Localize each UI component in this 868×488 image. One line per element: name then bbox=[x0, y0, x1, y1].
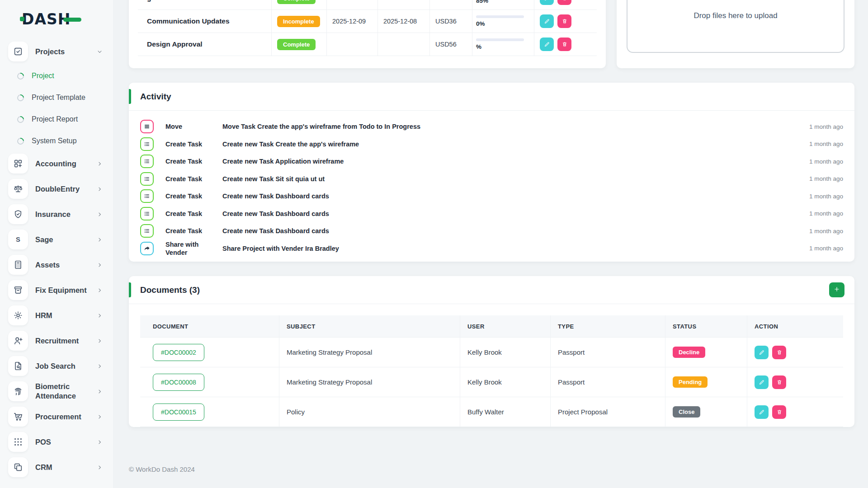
checklist-icon bbox=[140, 189, 154, 203]
dots-grid-icon bbox=[8, 432, 28, 452]
documents-table-body: #DOC00002Marketing Strategy ProposalKell… bbox=[140, 337, 843, 427]
checklist-icon bbox=[140, 224, 154, 238]
app-root: DASH ProjectsProjectProject TemplateProj… bbox=[0, 0, 868, 488]
document-id-button[interactable]: #DOC00015 bbox=[153, 404, 204, 421]
sidebar-item-projects[interactable]: Projects bbox=[8, 42, 113, 61]
task-actions bbox=[534, 10, 597, 33]
sidebar-item-hrm[interactable]: HRM bbox=[8, 305, 113, 325]
sidebar-item-fix-equipment[interactable]: Fix Equipment bbox=[8, 280, 113, 300]
edit-button[interactable] bbox=[540, 38, 554, 51]
documents-table-header: DOCUMENTSUBJECTUSERTYPESTATUSACTION bbox=[140, 315, 843, 337]
chevron-right-icon bbox=[96, 388, 103, 395]
dropzone-text: Drop files here to upload bbox=[693, 11, 777, 20]
delete-button[interactable] bbox=[557, 14, 571, 28]
logo-dot-icon bbox=[20, 17, 24, 21]
activity-row: Share with VenderShare Project with Vend… bbox=[140, 240, 843, 258]
delete-button[interactable] bbox=[772, 405, 786, 419]
task-status-cell: Complete bbox=[272, 0, 327, 9]
activity-timestamp: 1 month ago bbox=[775, 158, 843, 165]
activity-action: Share with Vender bbox=[165, 240, 222, 257]
sidebar-item-pos[interactable]: POS bbox=[8, 432, 113, 452]
activity-description: Create new Task Dashboard cards bbox=[222, 227, 775, 235]
file-dropzone[interactable]: Drop files here to upload bbox=[627, 0, 844, 53]
sidebar-subitem-project-template[interactable]: Project Template bbox=[14, 89, 113, 107]
document-id-button[interactable]: #DOC00008 bbox=[153, 374, 204, 391]
sidebar-item-doubleentry[interactable]: DoubleEntry bbox=[8, 179, 113, 199]
task-name: Design Approval bbox=[138, 33, 272, 56]
edit-button[interactable] bbox=[540, 14, 554, 28]
activity-timestamp: 1 month ago bbox=[775, 228, 843, 235]
document-actions bbox=[747, 367, 843, 397]
sidebar-subitem-project[interactable]: Project bbox=[14, 67, 113, 85]
activity-list: MoveMove Task Create the app's wireframe… bbox=[129, 111, 854, 262]
sidebar-item-procurement[interactable]: Procurement bbox=[8, 407, 113, 427]
activity-row: MoveMove Task Create the app's wireframe… bbox=[140, 118, 843, 136]
document-actions bbox=[747, 338, 843, 367]
delete-button[interactable] bbox=[772, 346, 786, 359]
user-plus-icon bbox=[8, 331, 28, 351]
sidebar-item-job-search[interactable]: Job Search bbox=[8, 356, 113, 376]
task-row: gComplete85% bbox=[138, 0, 597, 9]
plus-icon bbox=[833, 286, 840, 294]
task-cost: USD36 bbox=[430, 10, 472, 33]
documents-column-header: ACTION bbox=[747, 315, 843, 337]
task-start-date bbox=[327, 0, 378, 9]
section-accent-bar bbox=[129, 282, 131, 297]
checklist-icon bbox=[140, 207, 154, 221]
document-subject: Marketing Strategy Proposal bbox=[279, 367, 460, 397]
edit-button[interactable] bbox=[540, 0, 554, 5]
sidebar: DASH ProjectsProjectProject TemplateProj… bbox=[0, 0, 113, 488]
edit-button[interactable] bbox=[755, 346, 769, 359]
sidebar-item-sage[interactable]: SSage bbox=[8, 230, 113, 249]
activity-description: Create new Task Dashboard cards bbox=[222, 210, 775, 218]
document-user: Kelly Brook bbox=[460, 338, 551, 367]
top-row: gComplete85%Communication UpdatesIncompl… bbox=[129, 0, 854, 68]
sidebar-item-crm[interactable]: CRM bbox=[8, 457, 113, 477]
chevron-right-icon bbox=[96, 338, 103, 344]
sidebar-item-insurance[interactable]: Insurance bbox=[8, 204, 113, 224]
activity-timestamp: 1 month ago bbox=[775, 210, 843, 217]
chevron-right-icon bbox=[96, 413, 103, 420]
document-id-button[interactable]: #DOC00002 bbox=[153, 344, 204, 361]
progress-label: % bbox=[476, 43, 481, 50]
documents-column-header: STATUS bbox=[665, 315, 747, 337]
add-document-button[interactable] bbox=[829, 282, 844, 297]
delete-button[interactable] bbox=[557, 0, 571, 5]
edit-button[interactable] bbox=[755, 375, 769, 389]
documents-table: DOCUMENTSUBJECTUSERTYPESTATUSACTION #DOC… bbox=[140, 315, 843, 427]
task-cost bbox=[430, 0, 472, 9]
delete-button[interactable] bbox=[557, 38, 571, 51]
chevron-right-icon bbox=[96, 464, 103, 471]
document-type: Passport bbox=[551, 338, 665, 367]
task-cost: USD56 bbox=[430, 33, 472, 56]
activity-description: Create new Task Create the app's wirefra… bbox=[222, 140, 775, 148]
sidebar-item-recruitment[interactable]: Recruitment bbox=[8, 331, 113, 351]
document-user: Buffy Walter bbox=[460, 397, 551, 427]
shield-check-icon bbox=[8, 204, 28, 224]
sidebar-item-accounting[interactable]: Accounting bbox=[8, 154, 113, 174]
progress-label: 85% bbox=[476, 0, 488, 4]
document-status-cell: Decline bbox=[665, 338, 747, 367]
task-actions bbox=[534, 0, 597, 9]
task-start-date bbox=[327, 33, 378, 56]
sidebar-item-biometric-attendance[interactable]: Biometric Attendance bbox=[8, 381, 113, 401]
activity-description: Share Project with Vender Ira Bradley bbox=[222, 244, 775, 253]
app-logo[interactable]: DASH bbox=[8, 6, 113, 32]
document-subject: Marketing Strategy Proposal bbox=[279, 338, 460, 367]
document-type: Project Proposal bbox=[551, 397, 665, 427]
chevron-right-icon bbox=[96, 262, 103, 268]
edit-button[interactable] bbox=[755, 405, 769, 419]
grid-plus-icon bbox=[8, 154, 28, 174]
document-row: #DOC00002Marketing Strategy ProposalKell… bbox=[140, 337, 843, 367]
activity-description: Move Task Create the app's wireframe fro… bbox=[222, 122, 775, 131]
activity-row: Create TaskCreate new Task Sit sit quia … bbox=[140, 170, 843, 188]
sidebar-item-assets[interactable]: Assets bbox=[8, 255, 113, 275]
activity-row: Create TaskCreate new Task Dashboard car… bbox=[140, 205, 843, 223]
sidebar-subitem-system-setup[interactable]: System Setup bbox=[14, 132, 113, 150]
sidebar-subitem-project-report[interactable]: Project Report bbox=[14, 110, 113, 128]
archive-icon bbox=[8, 280, 28, 300]
tasks-table: gComplete85%Communication UpdatesIncompl… bbox=[138, 0, 597, 56]
delete-button[interactable] bbox=[772, 375, 786, 389]
upload-card: Drop files here to upload bbox=[617, 0, 854, 68]
activity-action: Create Task bbox=[165, 227, 222, 235]
